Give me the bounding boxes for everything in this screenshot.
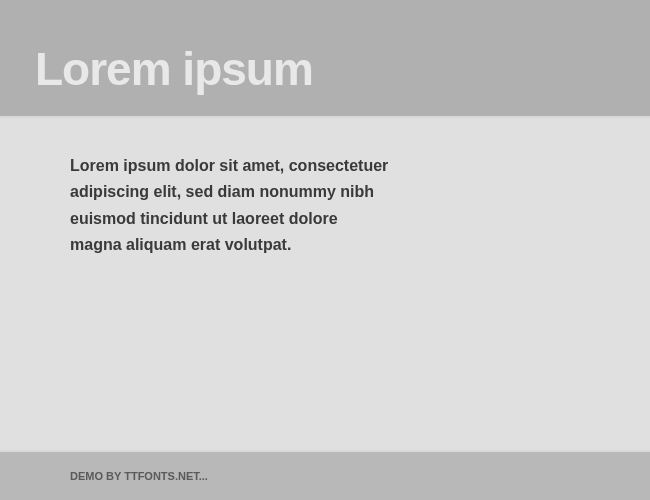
content-area: Lorem ipsum dolor sit amet, consectetuer…	[0, 118, 650, 450]
page-title: Lorem ipsum	[35, 42, 313, 96]
footer: DEMO BY TTFONTS.NET...	[0, 450, 650, 500]
footer-text: DEMO BY TTFONTS.NET...	[70, 470, 208, 482]
body-text: Lorem ipsum dolor sit amet, consectetuer…	[70, 153, 390, 259]
header: Lorem ipsum	[0, 0, 650, 118]
